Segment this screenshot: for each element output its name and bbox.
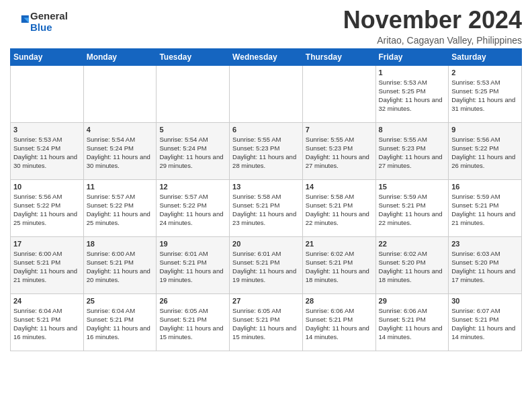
cell-info: Sunrise: 6:03 AMSunset: 5:20 PMDaylight:… (451, 249, 519, 285)
calendar-cell (230, 65, 303, 122)
day-number: 21 (306, 240, 373, 248)
day-number: 26 (159, 297, 226, 305)
day-number: 12 (159, 183, 226, 191)
header-wednesday: Wednesday (230, 48, 303, 65)
day-number: 2 (451, 68, 519, 77)
week-row-3: 10Sunrise: 5:56 AMSunset: 5:22 PMDayligh… (11, 179, 522, 236)
day-number: 28 (306, 297, 373, 305)
header-tuesday: Tuesday (157, 48, 230, 65)
calendar-cell: 15Sunrise: 5:59 AMSunset: 5:21 PMDayligh… (375, 179, 449, 236)
cell-info: Sunrise: 5:53 AMSunset: 5:25 PMDaylight:… (379, 78, 446, 113)
day-number: 7 (306, 126, 373, 134)
cell-info: Sunrise: 6:04 AMSunset: 5:21 PMDaylight:… (13, 306, 81, 342)
cell-info: Sunrise: 5:58 AMSunset: 5:21 PMDaylight:… (232, 192, 300, 228)
day-number: 18 (87, 240, 154, 248)
calendar-cell: 26Sunrise: 6:05 AMSunset: 5:21 PMDayligh… (157, 293, 230, 351)
day-number: 22 (379, 240, 446, 248)
cell-info: Sunrise: 6:05 AMSunset: 5:21 PMDaylight:… (159, 306, 226, 342)
cell-info: Sunrise: 6:06 AMSunset: 5:21 PMDaylight:… (379, 306, 446, 342)
calendar-cell (157, 65, 230, 122)
calendar-cell: 29Sunrise: 6:06 AMSunset: 5:21 PMDayligh… (375, 293, 449, 351)
cell-info: Sunrise: 6:00 AMSunset: 5:21 PMDaylight:… (87, 249, 154, 285)
cell-info: Sunrise: 5:54 AMSunset: 5:24 PMDaylight:… (159, 135, 226, 171)
cell-info: Sunrise: 5:53 AMSunset: 5:25 PMDaylight:… (451, 78, 519, 113)
day-number: 6 (232, 126, 300, 134)
cell-info: Sunrise: 5:55 AMSunset: 5:23 PMDaylight:… (379, 135, 446, 171)
calendar-cell: 22Sunrise: 6:02 AMSunset: 5:20 PMDayligh… (375, 236, 449, 293)
logo-icon (10, 14, 29, 30)
calendar-cell: 16Sunrise: 5:59 AMSunset: 5:21 PMDayligh… (449, 179, 522, 236)
day-number: 3 (13, 126, 81, 134)
cell-info: Sunrise: 5:56 AMSunset: 5:22 PMDaylight:… (451, 135, 519, 171)
day-number: 11 (87, 183, 154, 191)
calendar-cell: 4Sunrise: 5:54 AMSunset: 5:24 PMDaylight… (83, 122, 157, 179)
calendar-cell (83, 65, 157, 122)
cell-info: Sunrise: 5:59 AMSunset: 5:21 PMDaylight:… (379, 192, 446, 228)
calendar-cell: 24Sunrise: 6:04 AMSunset: 5:21 PMDayligh… (11, 293, 84, 351)
header-sunday: Sunday (11, 48, 84, 65)
logo-text: General Blue (30, 11, 68, 33)
calendar-cell: 14Sunrise: 5:58 AMSunset: 5:21 PMDayligh… (302, 179, 375, 236)
day-number: 27 (232, 297, 300, 305)
calendar-cell: 3Sunrise: 5:53 AMSunset: 5:24 PMDaylight… (11, 122, 84, 179)
week-row-4: 17Sunrise: 6:00 AMSunset: 5:21 PMDayligh… (11, 236, 522, 293)
cell-info: Sunrise: 6:06 AMSunset: 5:21 PMDaylight:… (306, 306, 373, 342)
calendar-cell: 2Sunrise: 5:53 AMSunset: 5:25 PMDaylight… (449, 65, 522, 122)
calendar-table: SundayMondayTuesdayWednesdayThursdayFrid… (10, 48, 522, 351)
calendar-cell: 11Sunrise: 5:57 AMSunset: 5:22 PMDayligh… (83, 179, 157, 236)
cell-info: Sunrise: 5:53 AMSunset: 5:24 PMDaylight:… (13, 135, 81, 171)
calendar-cell: 27Sunrise: 6:05 AMSunset: 5:21 PMDayligh… (230, 293, 303, 351)
calendar-cell: 9Sunrise: 5:56 AMSunset: 5:22 PMDaylight… (449, 122, 522, 179)
calendar-cell: 19Sunrise: 6:01 AMSunset: 5:21 PMDayligh… (157, 236, 230, 293)
day-number: 15 (379, 183, 446, 191)
cell-info: Sunrise: 6:04 AMSunset: 5:21 PMDaylight:… (87, 306, 154, 342)
calendar-cell: 13Sunrise: 5:58 AMSunset: 5:21 PMDayligh… (230, 179, 303, 236)
calendar-cell: 12Sunrise: 5:57 AMSunset: 5:22 PMDayligh… (157, 179, 230, 236)
cell-info: Sunrise: 5:54 AMSunset: 5:24 PMDaylight:… (87, 135, 154, 171)
day-number: 16 (451, 183, 519, 191)
cell-info: Sunrise: 6:02 AMSunset: 5:20 PMDaylight:… (379, 249, 446, 285)
calendar-cell: 6Sunrise: 5:55 AMSunset: 5:23 PMDaylight… (230, 122, 303, 179)
week-row-1: 1Sunrise: 5:53 AMSunset: 5:25 PMDaylight… (11, 65, 522, 122)
header-friday: Friday (375, 48, 449, 65)
calendar-cell: 30Sunrise: 6:07 AMSunset: 5:21 PMDayligh… (449, 293, 522, 351)
cell-info: Sunrise: 5:56 AMSunset: 5:22 PMDaylight:… (13, 192, 81, 228)
day-number: 8 (379, 126, 446, 134)
cell-info: Sunrise: 6:05 AMSunset: 5:21 PMDaylight:… (232, 306, 300, 342)
logo: General Blue (10, 7, 68, 33)
day-number: 19 (159, 240, 226, 248)
calendar-cell (302, 65, 375, 122)
header-monday: Monday (83, 48, 157, 65)
cell-info: Sunrise: 6:00 AMSunset: 5:21 PMDaylight:… (13, 249, 81, 285)
cell-info: Sunrise: 5:55 AMSunset: 5:23 PMDaylight:… (232, 135, 300, 171)
day-number: 4 (87, 126, 154, 134)
calendar-cell: 7Sunrise: 5:55 AMSunset: 5:23 PMDaylight… (302, 122, 375, 179)
month-title: November 2024 (343, 7, 522, 34)
header-row: SundayMondayTuesdayWednesdayThursdayFrid… (11, 48, 522, 65)
calendar-cell: 1Sunrise: 5:53 AMSunset: 5:25 PMDaylight… (375, 65, 449, 122)
day-number: 29 (379, 297, 446, 305)
calendar-cell: 8Sunrise: 5:55 AMSunset: 5:23 PMDaylight… (375, 122, 449, 179)
cell-info: Sunrise: 6:01 AMSunset: 5:21 PMDaylight:… (232, 249, 300, 285)
day-number: 24 (13, 297, 81, 305)
day-number: 20 (232, 240, 300, 248)
calendar-cell: 20Sunrise: 6:01 AMSunset: 5:21 PMDayligh… (230, 236, 303, 293)
day-number: 5 (159, 126, 226, 134)
day-number: 1 (379, 68, 446, 77)
calendar-cell (11, 65, 84, 122)
header: General Blue November 2024 Aritao, Cagay… (10, 7, 522, 46)
day-number: 10 (13, 183, 81, 191)
calendar-cell: 25Sunrise: 6:04 AMSunset: 5:21 PMDayligh… (83, 293, 157, 351)
week-row-5: 24Sunrise: 6:04 AMSunset: 5:21 PMDayligh… (11, 293, 522, 351)
cell-info: Sunrise: 5:58 AMSunset: 5:21 PMDaylight:… (306, 192, 373, 228)
day-number: 13 (232, 183, 300, 191)
header-thursday: Thursday (302, 48, 375, 65)
calendar-cell: 23Sunrise: 6:03 AMSunset: 5:20 PMDayligh… (449, 236, 522, 293)
day-number: 25 (87, 297, 154, 305)
day-number: 30 (451, 297, 519, 305)
subtitle: Aritao, Cagayan Valley, Philippines (343, 35, 522, 46)
day-number: 23 (451, 240, 519, 248)
cell-info: Sunrise: 6:02 AMSunset: 5:21 PMDaylight:… (306, 249, 373, 285)
week-row-2: 3Sunrise: 5:53 AMSunset: 5:24 PMDaylight… (11, 122, 522, 179)
calendar-cell: 18Sunrise: 6:00 AMSunset: 5:21 PMDayligh… (83, 236, 157, 293)
